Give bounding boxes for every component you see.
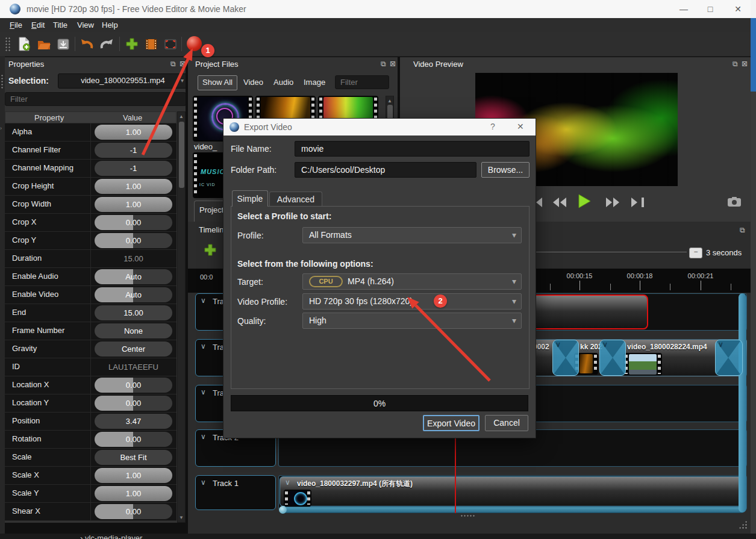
property-value[interactable]: 1.00 (95, 125, 172, 140)
property-value[interactable]: LAU1TAEEFU (95, 360, 172, 375)
property-value[interactable]: 1.00 (95, 468, 172, 483)
export-video-icon[interactable] (187, 36, 201, 51)
video-profile-dropdown[interactable]: HD 720p 30 fps (1280x720) ▾ (302, 293, 522, 310)
property-value[interactable]: None (95, 323, 172, 338)
add-track-icon[interactable] (204, 243, 217, 258)
minimize-button[interactable]: — (675, 2, 693, 16)
toolbar-grip[interactable] (5, 37, 11, 52)
menu-help[interactable]: Help (98, 20, 122, 30)
menu-edit[interactable]: Edit (28, 20, 48, 30)
property-value[interactable]: 1.00 (95, 179, 172, 194)
property-value[interactable]: 3.47 (95, 414, 172, 429)
close-panel-icon[interactable]: ⊠ (180, 60, 186, 67)
scroll-up-icon[interactable]: ▲ (386, 98, 393, 104)
profile-dropdown[interactable]: All Formats ▾ (302, 227, 522, 243)
property-value[interactable]: 0.00 (95, 432, 172, 447)
properties-filter-input[interactable] (5, 92, 186, 106)
property-value[interactable]: Best Fit (95, 450, 172, 465)
scroll-down-icon[interactable]: ▼ (178, 515, 185, 520)
chevron-down-icon[interactable]: ∨ (201, 296, 206, 305)
cancel-button[interactable]: Cancel (485, 415, 528, 431)
close-button[interactable]: ✕ (729, 2, 747, 16)
menu-view[interactable]: View (73, 20, 98, 30)
transition[interactable]: ∨ (552, 340, 579, 376)
splitter-handle[interactable] (460, 514, 476, 517)
clip-label[interactable]: video_1800028224.mp4 (627, 343, 707, 351)
property-value[interactable]: 0.00 (95, 215, 172, 230)
property-value[interactable]: Center (95, 341, 172, 357)
playhead[interactable] (455, 437, 456, 513)
maximize-button[interactable]: □ (701, 2, 719, 16)
clip[interactable]: ∨ video_1800032297.mp4 (所有轨道) (280, 476, 745, 506)
filter-tab-audio[interactable]: Audio (273, 78, 293, 87)
properties-scrollbar[interactable]: ▲ ▼ (177, 111, 186, 523)
property-value[interactable]: 1.00 (95, 486, 172, 501)
column-header-value[interactable]: Value (123, 113, 142, 122)
jump-end-icon[interactable] (629, 196, 646, 211)
menu-file[interactable]: File (6, 20, 26, 30)
browse-button[interactable]: Browse... (481, 162, 530, 178)
property-value[interactable]: 0.00 (95, 233, 172, 248)
chevron-down-icon[interactable]: ∨ (201, 478, 206, 487)
folder-path-input[interactable] (295, 162, 476, 178)
scroll-up-icon[interactable]: ▲ (178, 114, 185, 119)
track-header-1[interactable]: ∨ Track 1 (195, 475, 276, 510)
import-files-icon[interactable] (125, 37, 139, 51)
export-video-button[interactable]: Export Video (423, 415, 480, 431)
tab-advanced[interactable]: Advanced (269, 192, 322, 207)
property-value[interactable]: 1.00 (95, 197, 172, 212)
close-panel-icon[interactable]: ⊠ (390, 60, 396, 67)
property-value[interactable]: 15.00 (95, 305, 172, 320)
property-value[interactable]: -1 (95, 161, 172, 176)
filter-tab-image[interactable]: Image (304, 78, 325, 87)
target-dropdown[interactable]: CPUMP4 (h.264) ▾ (302, 273, 522, 290)
column-header-property[interactable]: Property (34, 113, 64, 122)
track-lane-1[interactable]: ∨ video_1800032297.mp4 (所有轨道) (278, 475, 747, 510)
property-value[interactable]: 0.00 (95, 378, 172, 393)
dock-expand-icon[interactable]: › (0, 125, 2, 131)
selection-dropdown[interactable]: video_1800029551.mp4 ▾ (58, 73, 186, 89)
timeline-hscrollbar[interactable] (280, 506, 745, 513)
property-value[interactable]: Auto (95, 269, 172, 284)
undo-icon[interactable] (79, 37, 93, 51)
scrollbar-thumb[interactable] (179, 122, 184, 188)
quality-dropdown[interactable]: High ▾ (302, 313, 522, 329)
menu-title[interactable]: Title (49, 20, 71, 30)
tab-simple[interactable]: Simple (232, 190, 268, 207)
float-panel-icon[interactable]: ⧉ (170, 60, 176, 67)
rewind-icon[interactable] (551, 196, 569, 211)
file-label[interactable]: video_ (194, 142, 217, 151)
transition[interactable]: ∨ (599, 340, 626, 376)
float-panel-icon[interactable]: ⧉ (381, 60, 386, 67)
chevron-down-icon[interactable]: ∨ (201, 388, 206, 396)
resize-grip[interactable] (739, 520, 747, 529)
property-value[interactable]: Auto (95, 287, 172, 302)
property-value[interactable]: 15.00 (95, 251, 172, 266)
filter-tab-show-all[interactable]: Show All (198, 75, 237, 90)
save-project-icon[interactable] (56, 37, 70, 51)
fast-forward-icon[interactable] (604, 196, 622, 211)
files-filter-input[interactable] (335, 75, 389, 89)
fullscreen-icon[interactable] (163, 37, 178, 51)
close-panel-icon[interactable]: ⊠ (742, 60, 748, 67)
property-value[interactable]: 0.00 (95, 504, 172, 519)
property-value[interactable]: 0.00 (95, 396, 172, 411)
chevron-down-icon[interactable]: ∨ (285, 478, 290, 487)
scrollbar-handle[interactable] (279, 506, 287, 514)
property-value[interactable]: -1 (95, 143, 172, 158)
transition[interactable]: ∨ (715, 340, 743, 376)
zoom-slider-handle[interactable]: − (689, 248, 702, 258)
float-panel-icon[interactable]: ⧉ (733, 60, 738, 67)
chevron-down-icon[interactable]: ∨ (201, 342, 206, 351)
timeline-vscrollbar[interactable] (739, 293, 746, 513)
float-panel-icon[interactable]: ⧉ (740, 226, 745, 234)
dialog-close-icon[interactable]: ✕ (517, 122, 524, 131)
play-icon[interactable] (576, 193, 593, 211)
capture-frame-icon[interactable] (728, 197, 741, 209)
choose-profile-icon[interactable] (144, 37, 158, 51)
help-icon[interactable]: ? (490, 122, 495, 131)
new-project-icon[interactable] (17, 37, 31, 51)
filter-tab-video[interactable]: Video (243, 78, 263, 87)
file-name-input[interactable] (295, 141, 530, 157)
redo-icon[interactable] (99, 37, 114, 51)
